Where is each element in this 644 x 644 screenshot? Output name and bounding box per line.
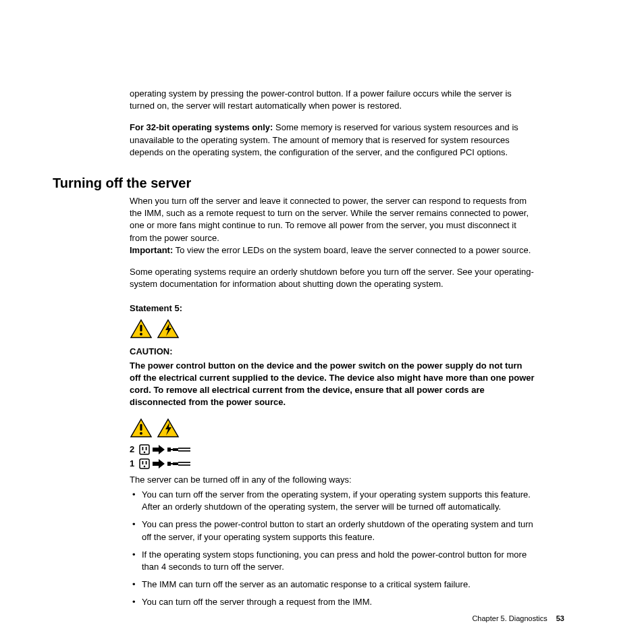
section-heading: Turning off the server (53, 173, 568, 192)
svg-rect-26 (171, 463, 173, 464)
page-footer: Chapter 5. Diagnostics 53 (472, 614, 564, 624)
run-in-label: For 32-bit operating systems only: (130, 122, 273, 132)
svg-rect-15 (167, 448, 171, 452)
electrical-triangle-icon (157, 319, 180, 339)
footer-chapter: Chapter 5. Diagnostics (472, 614, 547, 622)
svg-marker-14 (153, 445, 165, 454)
content-column: operating system by pressing the power-c… (130, 88, 535, 159)
list-item: The IMM can turn off the server as an au… (142, 579, 535, 591)
document-page: operating system by pressing the power-c… (0, 0, 644, 644)
plug-cord-icon (167, 459, 190, 468)
intro-paragraph-1: operating system by pressing the power-c… (130, 88, 535, 112)
cord-number: 1 (130, 458, 136, 470)
caution-triangle-icon (130, 319, 153, 339)
list-item: You can press the power-control button t… (142, 518, 535, 543)
svg-point-7 (140, 432, 142, 435)
cord-row-2: 2 (130, 444, 535, 456)
svg-point-13 (144, 452, 146, 454)
intro-paragraph-2: For 32-bit operating systems only: Some … (130, 122, 535, 159)
svg-rect-25 (167, 462, 171, 466)
important-label: Important: (130, 245, 173, 255)
cord-number: 2 (130, 444, 136, 456)
warning-icons-row-1 (130, 319, 535, 339)
arrow-right-icon (153, 459, 165, 468)
body-paragraph-2: Some operating systems require an orderl… (130, 266, 535, 290)
svg-rect-17 (173, 448, 178, 451)
electrical-triangle-icon (157, 418, 180, 438)
outlet-icon (139, 444, 150, 455)
arrow-right-icon (153, 445, 165, 454)
warning-icons-row-2 (130, 418, 535, 438)
body-paragraph-important: Important: To view the error LEDs on the… (130, 244, 535, 257)
outlet-icon (139, 458, 150, 469)
list-item: If the operating system stops functionin… (142, 549, 535, 573)
svg-rect-1 (140, 325, 142, 331)
cord-row-1: 1 (130, 458, 535, 470)
svg-rect-22 (146, 461, 147, 464)
caution-triangle-icon (130, 418, 153, 438)
list-item: You can turn off the server through a re… (142, 596, 535, 608)
caution-text: The power control button on the device a… (130, 360, 535, 409)
bullet-list: You can turn off the server from the ope… (130, 489, 535, 609)
svg-rect-27 (173, 462, 178, 465)
section-body: When you turn off the server and leave i… (130, 195, 535, 609)
list-intro: The server can be turned off in any of t… (130, 474, 535, 486)
important-rest: To view the error LEDs on the system boa… (173, 245, 531, 255)
svg-point-2 (140, 333, 142, 336)
body-paragraph-1: When you turn off the server and leave i… (130, 195, 535, 244)
statement-label: Statement 5: (130, 302, 535, 315)
svg-rect-11 (142, 447, 144, 450)
svg-rect-16 (171, 449, 173, 450)
svg-rect-6 (140, 424, 142, 431)
plug-cord-icon (167, 445, 190, 454)
caution-label: CAUTION: (130, 346, 535, 358)
footer-page-number: 53 (556, 614, 564, 622)
svg-rect-12 (146, 447, 147, 450)
svg-point-23 (144, 465, 146, 467)
list-item: You can turn off the server from the ope… (142, 489, 535, 513)
svg-rect-21 (142, 461, 144, 464)
svg-marker-24 (153, 459, 165, 468)
